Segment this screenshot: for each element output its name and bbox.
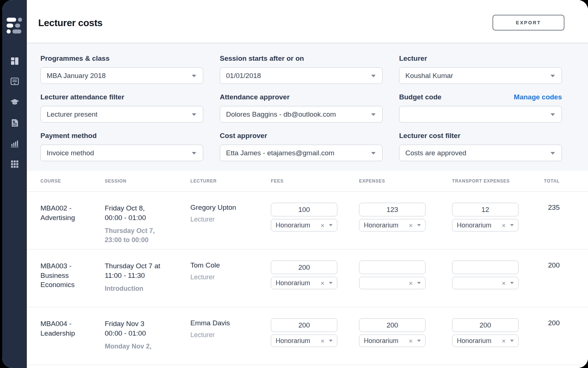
column-header-transport: TRANSPORT EXPENSES bbox=[452, 178, 529, 184]
chevron-down-icon bbox=[417, 282, 421, 284]
transport-expenses-cell: Honorarium × bbox=[452, 203, 529, 231]
costs-table: COURSE SESSION LECTURER FEES EXPENSES TR… bbox=[27, 171, 588, 368]
clear-icon[interactable]: × bbox=[502, 222, 506, 229]
session-starts-select[interactable]: 01/01/2018 bbox=[220, 67, 383, 84]
column-header-expenses: EXPENSES bbox=[359, 178, 452, 184]
chevron-down-icon bbox=[371, 75, 376, 77]
chevron-down-icon bbox=[510, 282, 514, 284]
cost-approver-select[interactable]: Etta James - etajames@gmail.com bbox=[220, 145, 383, 161]
transport-amount-input[interactable] bbox=[452, 261, 519, 274]
logo-shape bbox=[7, 24, 13, 28]
manage-codes-link[interactable]: Manage codes bbox=[514, 93, 562, 101]
expenses-amount-input[interactable] bbox=[359, 203, 426, 216]
logo-shape bbox=[7, 29, 11, 33]
transport-type-select[interactable]: × bbox=[452, 277, 519, 289]
lecturer-cell: Tom Cole Lecturer bbox=[190, 261, 271, 281]
clear-icon[interactable]: × bbox=[502, 280, 506, 287]
expenses-type-select[interactable]: Honorarium × bbox=[359, 219, 426, 231]
table-row: MBA002 - Advertising Friday Oct 8, 00:00… bbox=[27, 192, 588, 250]
filters-panel: Programmes & class MBA January 2018 Sess… bbox=[27, 43, 588, 171]
fees-amount-input[interactable] bbox=[271, 203, 337, 216]
filter-label: Payment method bbox=[40, 132, 97, 140]
logo-shape bbox=[12, 29, 21, 33]
chevron-down-icon bbox=[329, 224, 333, 226]
budget-code-select[interactable] bbox=[399, 106, 562, 123]
app-window: $ bbox=[2, 0, 588, 368]
payment-method-select[interactable]: Invoice method bbox=[40, 145, 203, 161]
fees-type-select[interactable]: Honorarium × bbox=[271, 335, 337, 347]
filter-cost-approver: Cost approver Etta James - etajames@gmai… bbox=[220, 132, 383, 161]
clear-icon[interactable]: × bbox=[320, 337, 325, 344]
column-header-total: TOTAL bbox=[529, 178, 560, 184]
course-cell: MBA003 - Business Economics bbox=[40, 261, 92, 290]
lecturer-select[interactable]: Koushal Kumar bbox=[399, 67, 562, 84]
expenses-type-select[interactable]: × bbox=[359, 277, 426, 289]
session-cell: Thursday Oct 7 at 11:00 - 11:30 Introduc… bbox=[105, 261, 190, 293]
clear-icon[interactable]: × bbox=[502, 337, 506, 344]
filter-label: Programmes & class bbox=[40, 54, 110, 63]
sidebar-nav: $ bbox=[10, 56, 20, 169]
bar-chart-icon bbox=[10, 139, 19, 148]
clear-icon[interactable]: × bbox=[409, 280, 413, 287]
apps-grid-icon bbox=[10, 159, 19, 169]
sidebar-item-costs[interactable]: $ bbox=[10, 118, 20, 128]
filter-payment-method: Payment method Invoice method bbox=[40, 132, 203, 161]
fees-type-select[interactable]: Honorarium × bbox=[271, 277, 337, 289]
clear-icon[interactable]: × bbox=[320, 222, 325, 229]
page-header: Lecturer costs EXPORT bbox=[27, 0, 588, 43]
chevron-down-icon bbox=[417, 224, 421, 226]
fees-type-select[interactable]: Honorarium × bbox=[271, 219, 337, 231]
expenses-cell: × bbox=[359, 261, 452, 289]
chevron-down-icon bbox=[551, 75, 555, 77]
app-logo bbox=[7, 18, 23, 35]
filter-label: Budget code bbox=[399, 93, 441, 101]
invoice-icon: $ bbox=[10, 118, 19, 128]
filter-label: Lecturer cost filter bbox=[399, 132, 460, 140]
expenses-amount-input[interactable] bbox=[359, 318, 426, 332]
filter-label: Lecturer attendance filter bbox=[40, 93, 124, 101]
sidebar: $ bbox=[2, 0, 27, 368]
attendance-approver-select[interactable]: Dolores Baggins - db@outlook.com bbox=[220, 106, 383, 123]
transport-amount-input[interactable] bbox=[452, 318, 519, 332]
main-content: Lecturer costs EXPORT Programmes & class… bbox=[27, 0, 588, 368]
table-header-row: COURSE SESSION LECTURER FEES EXPENSES TR… bbox=[27, 171, 588, 192]
clear-icon[interactable]: × bbox=[320, 280, 325, 287]
clear-icon[interactable]: × bbox=[409, 337, 413, 344]
transport-type-select[interactable]: Honorarium × bbox=[452, 219, 519, 231]
fees-amount-input[interactable] bbox=[271, 318, 337, 332]
session-cell: Friday Nov 3 00:00 - 01:00 Monday Nov 2, bbox=[105, 318, 190, 351]
logo-shape bbox=[7, 18, 16, 22]
programmes-class-select[interactable]: MBA January 2018 bbox=[40, 67, 203, 84]
expenses-type-select[interactable]: Honorarium × bbox=[359, 335, 426, 347]
fees-cell: Honorarium × bbox=[271, 318, 359, 347]
sidebar-item-board[interactable] bbox=[10, 77, 20, 87]
attendance-filter-select[interactable]: Lecturer present bbox=[40, 106, 203, 123]
export-button[interactable]: EXPORT bbox=[492, 15, 564, 31]
chevron-down-icon bbox=[417, 340, 421, 342]
clear-icon[interactable]: × bbox=[409, 222, 413, 229]
filter-lecturer: Lecturer Koushal Kumar bbox=[399, 54, 562, 84]
chevron-down-icon bbox=[510, 224, 514, 226]
total-cell: 200 bbox=[529, 318, 560, 327]
column-header-fees: FEES bbox=[271, 178, 359, 184]
transport-type-select[interactable]: Honorarium × bbox=[452, 335, 519, 347]
lecturer-cost-filter-select[interactable]: Costs are approved bbox=[399, 145, 562, 161]
transport-amount-input[interactable] bbox=[452, 203, 519, 216]
session-cell: Friday Oct 8, 00:00 - 01:00 Thursday Oct… bbox=[105, 203, 190, 245]
transport-expenses-cell: × bbox=[452, 261, 529, 289]
filter-label: Cost approver bbox=[220, 132, 267, 140]
table-row: MBA003 - Business Economics Thursday Oct… bbox=[27, 250, 588, 307]
fees-cell: Honorarium × bbox=[271, 261, 359, 289]
filter-lecturer-cost: Lecturer cost filter Costs are approved bbox=[399, 132, 562, 161]
sidebar-item-programmes[interactable] bbox=[10, 97, 20, 107]
fees-cell: Honorarium × bbox=[271, 203, 359, 231]
chevron-down-icon bbox=[551, 152, 555, 155]
sidebar-item-dashboard[interactable] bbox=[10, 56, 20, 66]
expenses-amount-input[interactable] bbox=[359, 261, 426, 274]
filter-attendance: Lecturer attendance filter Lecturer pres… bbox=[40, 93, 203, 123]
sidebar-item-reports[interactable] bbox=[10, 138, 20, 149]
column-header-lecturer: LECTURER bbox=[190, 178, 271, 184]
chevron-down-icon bbox=[192, 152, 196, 155]
sidebar-item-apps[interactable] bbox=[10, 159, 20, 169]
fees-amount-input[interactable] bbox=[271, 261, 337, 274]
